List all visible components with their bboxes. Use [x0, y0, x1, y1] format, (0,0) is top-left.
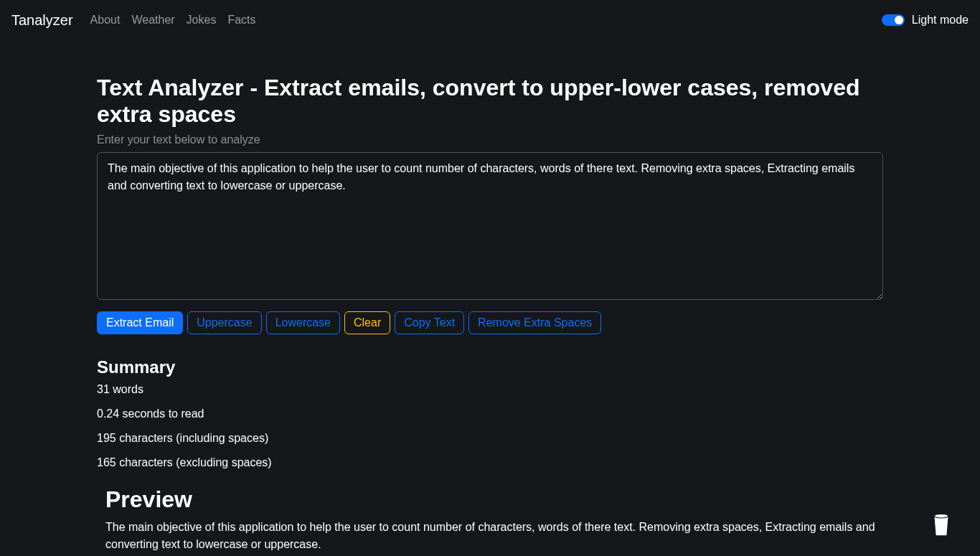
summary-heading: Summary	[97, 357, 883, 377]
toggle-label: Light mode	[912, 14, 969, 27]
summary-chars-without-spaces: 165 characters (excluding spaces)	[97, 456, 883, 469]
preview-heading: Preview	[105, 486, 883, 513]
preview-text: The main objective of this application t…	[105, 519, 883, 553]
button-row: Extract Email Uppercase Lowercase Clear …	[97, 311, 883, 334]
remove-extra-spaces-button[interactable]: Remove Extra Spaces	[468, 311, 601, 334]
summary-chars-with-spaces: 195 characters (including spaces)	[97, 432, 883, 445]
coffee-cup-button[interactable]	[924, 507, 958, 542]
uppercase-button[interactable]: Uppercase	[187, 311, 261, 334]
svg-point-1	[935, 514, 948, 518]
page-title: Text Analyzer - Extract emails, convert …	[97, 75, 883, 128]
nav-link-weather[interactable]: Weather	[131, 14, 174, 27]
nav-link-facts[interactable]: Facts	[227, 14, 255, 27]
coffee-cup-icon	[931, 512, 951, 537]
textarea-label: Enter your text below to analyze	[97, 133, 883, 146]
summary-read-time: 0.24 seconds to read	[97, 407, 883, 420]
navbar-right: Light mode	[882, 14, 969, 27]
extract-email-button[interactable]: Extract Email	[97, 311, 183, 334]
lowercase-button[interactable]: Lowercase	[266, 311, 340, 334]
copy-text-button[interactable]: Copy Text	[395, 311, 464, 334]
summary-words: 31 words	[97, 383, 883, 396]
nav-link-jokes[interactable]: Jokes	[187, 14, 217, 27]
nav-link-about[interactable]: About	[90, 14, 121, 27]
text-input[interactable]	[97, 152, 883, 300]
nav-links: About Weather Jokes Facts	[90, 14, 256, 27]
toggle-knob	[895, 16, 903, 24]
theme-toggle[interactable]	[882, 14, 905, 26]
clear-button[interactable]: Clear	[344, 311, 390, 334]
navbar-left: Tanalyzer About Weather Jokes Facts	[11, 12, 256, 29]
preview-section: Preview The main objective of this appli…	[97, 486, 883, 553]
navbar: Tanalyzer About Weather Jokes Facts Ligh…	[0, 0, 980, 40]
brand-link[interactable]: Tanalyzer	[11, 12, 73, 29]
main-container: Text Analyzer - Extract emails, convert …	[88, 75, 892, 553]
